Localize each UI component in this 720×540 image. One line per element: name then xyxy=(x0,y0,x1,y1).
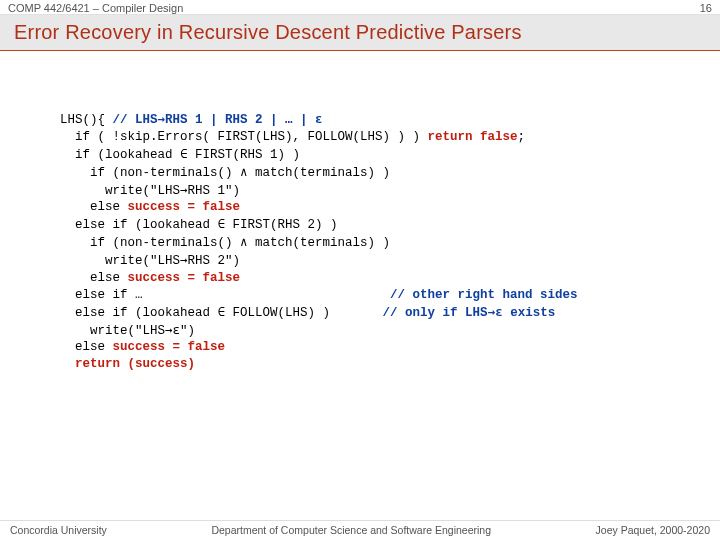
epsilon-icon: ε xyxy=(495,304,503,319)
code-comment: // only if LHS xyxy=(383,306,488,320)
code-text: FIRST(RHS 1) ) xyxy=(188,148,301,162)
epsilon-icon: ε xyxy=(315,111,323,126)
code-text: match(terminals) ) xyxy=(248,236,391,250)
header-bar: COMP 442/6421 – Compiler Design 16 xyxy=(0,0,720,14)
code-text: else xyxy=(60,271,128,285)
code-text: else xyxy=(60,340,113,354)
code-text: write("LHS xyxy=(60,184,180,198)
arrow-icon: → xyxy=(158,111,166,126)
code-comment: RHS 1 | RHS 2 | … | xyxy=(165,113,315,127)
code-text: match(terminals) ) xyxy=(248,166,391,180)
code-text: else if (lookahead xyxy=(60,306,218,320)
footer-left: Concordia University xyxy=(10,524,107,536)
and-icon: ∧ xyxy=(240,234,248,249)
code-comment: exists xyxy=(503,306,556,320)
content-area: LHS(){ // LHS→RHS 1 | RHS 2 | … | ε if (… xyxy=(0,51,720,520)
code-text: LHS(){ xyxy=(60,113,113,127)
element-of-icon: ∈ xyxy=(180,146,188,161)
arrow-icon: → xyxy=(180,182,188,197)
code-keyword: return (success) xyxy=(60,357,195,371)
footer-center: Department of Computer Science and Softw… xyxy=(211,524,491,536)
and-icon: ∧ xyxy=(240,164,248,179)
page-number: 16 xyxy=(700,2,712,14)
code-text: if (lookahead xyxy=(60,148,180,162)
code-text: if ( !skip.Errors( FIRST(LHS), FOLLOW(LH… xyxy=(60,130,428,144)
code-text: ") xyxy=(180,324,195,338)
slide-title: Error Recovery in Recursive Descent Pred… xyxy=(14,21,706,44)
code-keyword: return false xyxy=(428,130,518,144)
code-text: FIRST(RHS 2) ) xyxy=(225,218,338,232)
code-text: RHS 1") xyxy=(188,184,241,198)
arrow-icon: → xyxy=(180,252,188,267)
epsilon-icon: ε xyxy=(173,322,181,337)
code-text: FOLLOW(LHS) ) xyxy=(225,306,383,320)
title-bar: Error Recovery in Recursive Descent Pred… xyxy=(0,14,720,51)
code-text: else if (lookahead xyxy=(60,218,218,232)
footer-right: Joey Paquet, 2000-2020 xyxy=(596,524,710,536)
course-label: COMP 442/6421 – Compiler Design xyxy=(8,2,183,14)
code-comment: // other right hand sides xyxy=(390,288,578,302)
code-keyword: success = false xyxy=(128,271,241,285)
code-text: else xyxy=(60,200,128,214)
code-text: RHS 2") xyxy=(188,254,241,268)
code-text: write("LHS xyxy=(60,324,165,338)
code-text: if (non-terminals() xyxy=(60,236,240,250)
code-keyword: success = false xyxy=(113,340,226,354)
code-text: if (non-terminals() xyxy=(60,166,240,180)
arrow-icon: → xyxy=(165,322,173,337)
code-text: write("LHS xyxy=(60,254,180,268)
element-of-icon: ∈ xyxy=(218,216,226,231)
code-text: else if … xyxy=(60,288,390,302)
code-block: LHS(){ // LHS→RHS 1 | RHS 2 | … | ε if (… xyxy=(60,111,680,373)
code-keyword: success = false xyxy=(128,200,241,214)
code-comment: // LHS xyxy=(113,113,158,127)
code-text: ; xyxy=(518,130,526,144)
element-of-icon: ∈ xyxy=(218,304,226,319)
footer-bar: Concordia University Department of Compu… xyxy=(0,520,720,540)
